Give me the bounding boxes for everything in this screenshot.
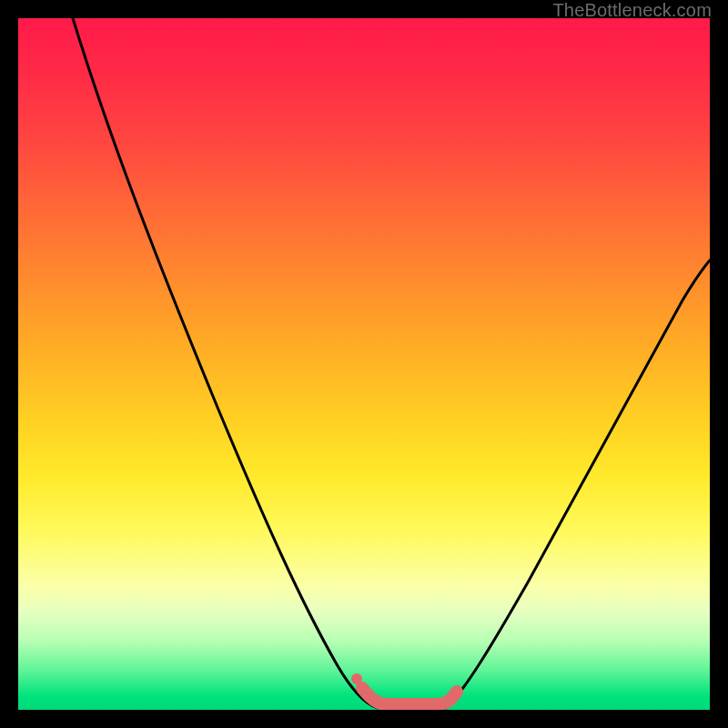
chart-curves — [18, 18, 710, 710]
left-curve — [73, 18, 378, 708]
valley-dot — [351, 673, 362, 684]
right-curve — [446, 260, 710, 708]
chart-plot-area — [18, 18, 710, 710]
watermark-text: TheBottleneck.com — [552, 0, 712, 21]
valley-accent — [362, 688, 457, 704]
